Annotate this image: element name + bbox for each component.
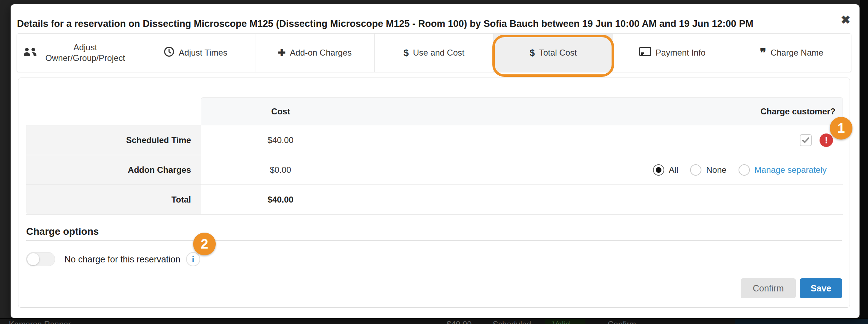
- radio-icon[interactable]: [690, 164, 701, 176]
- tab-label: Charge Name: [770, 47, 823, 58]
- screen: Kameron Renner $40.00 Scheduled Valid Co…: [0, 0, 868, 324]
- annotation-badge-2: 2: [193, 233, 216, 255]
- row-label: Scheduled Time: [26, 125, 201, 155]
- cost-column-header: Cost: [201, 98, 360, 125]
- tab-label: Payment Info: [655, 47, 705, 58]
- tab-add-on-charges[interactable]: ✚ Add-on Charges: [255, 34, 375, 72]
- scheduled-time-cost: $40.00: [201, 125, 360, 155]
- modal-title: Details for a reservation on Dissecting …: [17, 18, 828, 29]
- header-band: Cost Charge customer?: [201, 97, 843, 125]
- tab-label: Add-on Charges: [290, 47, 352, 58]
- background-row-validity: Valid: [552, 320, 570, 324]
- no-charge-label: No charge for this reservation: [64, 254, 180, 265]
- dollar-icon: $: [530, 47, 534, 59]
- radio-icon[interactable]: [653, 164, 664, 176]
- tab-adjust-times[interactable]: Adjust Times: [136, 34, 255, 72]
- total-charge-cell: [360, 185, 843, 214]
- radio-option-none[interactable]: None: [690, 164, 726, 176]
- background-row-action: Confirm: [608, 320, 636, 324]
- plus-icon: ✚: [278, 47, 286, 59]
- charge-customer-column-header: Charge customer?: [360, 98, 843, 125]
- tab-label: Use and Cost: [413, 47, 464, 58]
- no-charge-toggle[interactable]: [26, 252, 55, 266]
- confirm-button[interactable]: Confirm: [741, 278, 796, 298]
- error-exclamation-icon[interactable]: !: [820, 133, 833, 147]
- save-button[interactable]: Save: [800, 278, 842, 298]
- tab-use-and-cost[interactable]: $ Use and Cost: [375, 34, 494, 72]
- charge-customer-checkbox[interactable]: [800, 134, 812, 146]
- background-row-status: Scheduled: [493, 320, 531, 324]
- cost-table-header-row: Cost Charge customer?: [26, 97, 843, 125]
- total-cost-panel: Cost Charge customer? Scheduled Time $40…: [18, 78, 850, 308]
- row-label: Total: [26, 185, 201, 214]
- tab-label: Adjust Owner/Group/Project: [41, 42, 129, 63]
- credit-card-icon: [639, 47, 651, 59]
- users-icon: [23, 46, 37, 59]
- radio-icon[interactable]: [739, 164, 750, 176]
- manage-separately-link[interactable]: Manage separately: [754, 165, 827, 175]
- tab-total-cost[interactable]: $ Total Cost: [494, 34, 613, 72]
- header-spacer-cell: [26, 97, 201, 125]
- background-teal-block: [735, 319, 868, 324]
- tab-payment-info[interactable]: Payment Info: [613, 34, 732, 72]
- close-icon[interactable]: ✖: [841, 14, 850, 25]
- quote-right-icon: ❞: [760, 49, 766, 56]
- tab-charge-name[interactable]: ❞ Charge Name: [732, 34, 851, 72]
- modal-tab-bar: Adjust Owner/Group/Project Adjust Times …: [17, 33, 851, 72]
- overlay-right-edge: [860, 0, 868, 324]
- radio-label: All: [669, 165, 678, 175]
- tab-label: Total Cost: [539, 47, 577, 58]
- tab-adjust-owner-group-project[interactable]: Adjust Owner/Group/Project: [17, 34, 136, 72]
- background-row-cost: $40.00: [447, 320, 471, 324]
- clock-icon: [164, 46, 174, 59]
- total-cost-value: $40.00: [201, 185, 360, 214]
- background-row-name: Kameron Renner: [9, 320, 71, 324]
- background-table-row: Kameron Renner $40.00 Scheduled Valid Co…: [0, 318, 868, 324]
- annotation-badge-1: 1: [830, 117, 852, 140]
- cost-table: Cost Charge customer? Scheduled Time $40…: [26, 97, 843, 215]
- toggle-knob[interactable]: [27, 253, 39, 265]
- radio-option-all[interactable]: All: [653, 164, 678, 176]
- tab-label: Adjust Times: [179, 47, 227, 58]
- table-row-addon-charges: Addon Charges $0.00 All None: [26, 155, 843, 184]
- addon-charges-cost: $0.00: [201, 155, 360, 184]
- table-row-total: Total $40.00: [26, 184, 843, 214]
- charge-options-heading: Charge options: [26, 226, 99, 237]
- check-icon: [802, 136, 810, 144]
- table-row-scheduled-time: Scheduled Time $40.00 !: [26, 125, 843, 155]
- addon-charge-options: All None Manage separately: [360, 155, 843, 184]
- info-icon[interactable]: i: [186, 252, 200, 266]
- radio-option-manage-separately[interactable]: Manage separately: [739, 164, 827, 176]
- scheduled-charge-cell: !: [360, 125, 843, 155]
- row-label: Addon Charges: [26, 155, 201, 184]
- action-buttons: Confirm Save: [741, 278, 842, 298]
- radio-label: None: [706, 165, 726, 175]
- no-charge-toggle-row: No charge for this reservation i: [26, 252, 200, 266]
- reservation-details-modal: Details for a reservation on Dissecting …: [11, 4, 860, 318]
- section-divider: [26, 240, 842, 241]
- dollar-icon: $: [404, 47, 409, 59]
- background-row-dash: –: [661, 320, 665, 324]
